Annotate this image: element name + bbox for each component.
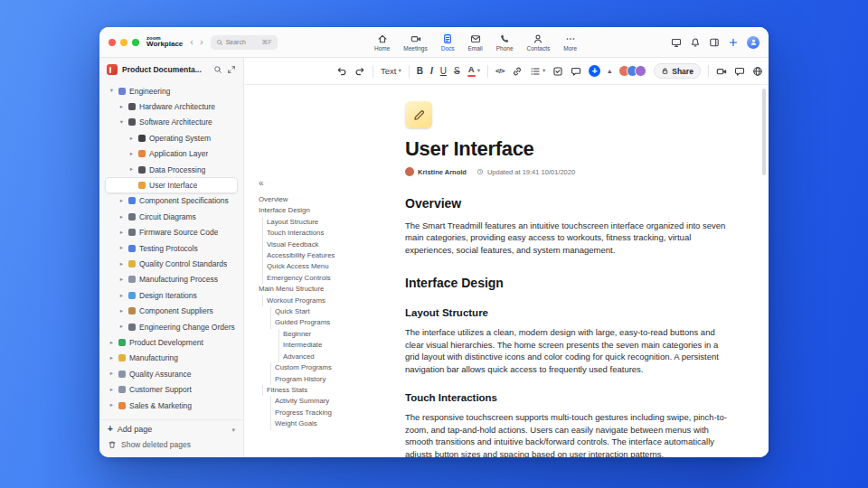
outline-item-guided-programs[interactable]: Guided Programs — [259, 317, 396, 328]
sidebar-item-operating-system[interactable]: ▸Operating System — [105, 130, 238, 145]
chat-button[interactable] — [734, 66, 745, 77]
add-page-button[interactable]: + Add page ▾ — [108, 425, 235, 434]
insert-block-button[interactable]: + — [589, 65, 600, 77]
outline-item-activity-summary[interactable]: Activity Summary — [259, 396, 396, 407]
tree-chevron-icon[interactable]: ▸ — [108, 371, 115, 377]
outline-item-weight-goals[interactable]: Weight Goals — [259, 418, 396, 429]
tree-chevron-icon[interactable]: ▾ — [118, 119, 125, 126]
sidebar-item-manufacturing-process[interactable]: ▸Manufacturing Process — [105, 272, 238, 287]
forward-button[interactable]: › — [200, 37, 203, 47]
checklist-button[interactable] — [552, 66, 563, 77]
tree-chevron-icon[interactable]: ▾ — [108, 88, 115, 94]
sidebar-item-component-specifications[interactable]: ▸Component Specifications — [105, 193, 238, 209]
collapse-outline-button[interactable]: « — [259, 179, 396, 188]
outline-item-emergency-controls[interactable]: Emergency Controls — [259, 273, 396, 284]
tree-chevron-icon[interactable]: ▸ — [128, 136, 135, 142]
outline-item-interface-design[interactable]: Interface Design — [259, 205, 396, 216]
share-button[interactable]: Share — [654, 63, 701, 79]
sidebar-expand-icon[interactable] — [227, 65, 236, 74]
show-deleted-pages-button[interactable]: Show deleted pages — [108, 440, 235, 449]
tab-docs[interactable]: Docs — [441, 33, 455, 52]
tree-chevron-icon[interactable]: ▸ — [118, 214, 125, 221]
user-avatar[interactable] — [747, 36, 760, 49]
side-panel-toggle-icon[interactable] — [709, 37, 720, 48]
code-button[interactable]: </> — [495, 68, 505, 75]
tree-chevron-icon[interactable]: ▸ — [118, 230, 125, 236]
outline-item-custom-programs[interactable]: Custom Programs — [259, 362, 396, 373]
notifications-icon[interactable] — [690, 37, 701, 48]
outline-item-quick-access-menu[interactable]: Quick Access Menu — [259, 261, 396, 272]
outline-item-workout-programs[interactable]: Workout Programs — [259, 296, 396, 306]
tab-more[interactable]: More — [563, 33, 577, 52]
back-button[interactable]: ‹ — [190, 37, 193, 47]
tab-contacts[interactable]: Contacts — [527, 33, 551, 52]
tree-chevron-icon[interactable]: ▸ — [118, 245, 125, 251]
outline-item-visual-feedback[interactable]: Visual Feedback — [259, 239, 396, 250]
bold-button[interactable]: B — [417, 67, 423, 76]
tree-chevron-icon[interactable]: ▸ — [118, 277, 125, 283]
doc-emoji-icon[interactable] — [405, 101, 432, 128]
tab-phone[interactable]: Phone — [496, 33, 514, 52]
outline-item-intermediate[interactable]: Intermediate — [259, 340, 396, 351]
undo-button[interactable] — [336, 66, 347, 77]
sidebar-item-data-processing[interactable]: ▸Data Processing — [105, 162, 238, 177]
redo-button[interactable] — [354, 66, 365, 77]
tree-chevron-icon[interactable]: ▸ — [128, 151, 135, 157]
sidebar-item-testing-protocols[interactable]: ▸Testing Protocols — [105, 240, 238, 256]
collaborator-avatar[interactable] — [635, 65, 646, 77]
text-color-button[interactable]: A ▾ — [467, 65, 480, 77]
sidebar-item-manufacturing[interactable]: ▸Manufacturing — [105, 351, 238, 366]
close-button[interactable] — [108, 39, 116, 46]
outline-item-overview[interactable]: Overview — [259, 194, 396, 205]
outline-item-accessibility-features[interactable]: Accessibility Features — [259, 250, 396, 261]
minimize-button[interactable] — [120, 39, 127, 46]
tree-chevron-icon[interactable]: ▸ — [118, 198, 125, 204]
sidebar-item-application-layer[interactable]: ▸Application Layer — [105, 146, 238, 162]
sidebar-item-engineering-change-orders[interactable]: ▸Engineering Change Orders — [105, 319, 238, 334]
sidebar-item-customer-support[interactable]: ▸Customer Support — [105, 381, 238, 397]
sidebar-item-design-iterations[interactable]: ▸Design Iterations — [105, 287, 238, 303]
sidebar-item-sales-marketing[interactable]: ▸Sales & Marketing — [105, 398, 238, 413]
outline-item-program-history[interactable]: Program History — [259, 374, 396, 385]
italic-button[interactable]: I — [430, 67, 433, 76]
start-video-button[interactable] — [716, 66, 727, 77]
outline-item-quick-start[interactable]: Quick Start — [259, 306, 396, 317]
tree-chevron-icon[interactable]: ▸ — [128, 166, 135, 173]
tree-chevron-icon[interactable]: ▸ — [108, 402, 115, 408]
sidebar-item-user-interface[interactable]: User Interface — [105, 177, 238, 192]
tab-home[interactable]: Home — [374, 33, 390, 52]
tree-chevron-icon[interactable]: ▸ — [108, 355, 115, 361]
outline-item-fitness-stats[interactable]: Fitness Stats — [259, 385, 396, 396]
sidebar-search-icon[interactable] — [213, 65, 222, 74]
sidebar-item-engineering[interactable]: ▾Engineering — [105, 83, 238, 99]
link-button[interactable] — [512, 66, 523, 77]
text-style-dropdown[interactable]: Text ▾ — [381, 67, 401, 76]
tree-chevron-icon[interactable]: ▸ — [118, 104, 125, 110]
tab-email[interactable]: Email — [468, 33, 483, 52]
sidebar-item-circuit-diagrams[interactable]: ▸Circuit Diagrams — [105, 209, 238, 224]
maximize-button[interactable] — [132, 39, 139, 46]
comment-button[interactable] — [571, 66, 581, 77]
outline-item-main-menu-structure[interactable]: Main Menu Structure — [259, 284, 396, 295]
publish-web-button[interactable] — [752, 66, 763, 77]
outline-item-advanced[interactable]: Advanced — [259, 352, 396, 362]
sidebar-item-quality-control-standards[interactable]: ▸Quality Control Standards — [105, 256, 238, 271]
sidebar-item-product-development[interactable]: ▸Product Development — [105, 334, 238, 350]
sidebar-item-hardware-architecture[interactable]: ▸Hardware Architecture — [105, 99, 238, 114]
vertical-scrollbar[interactable] — [762, 89, 766, 175]
sidebar-item-software-architecture[interactable]: ▾Software Architecture — [105, 115, 238, 130]
sidebar-item-component-suppliers[interactable]: ▸Component Suppliers — [105, 303, 238, 318]
tree-chevron-icon[interactable]: ▸ — [108, 387, 115, 393]
outline-item-layout-structure[interactable]: Layout Structure — [259, 217, 396, 228]
sidebar-item-firmware-source-code[interactable]: ▸Firmware Source Code — [105, 225, 238, 240]
tree-chevron-icon[interactable]: ▸ — [118, 261, 125, 267]
tree-chevron-icon[interactable]: ▸ — [108, 340, 115, 346]
outline-item-beginner[interactable]: Beginner — [259, 329, 396, 340]
global-search-input[interactable]: Search ⌘F — [211, 35, 278, 50]
collapse-toolbar-button[interactable]: ▴ — [608, 68, 611, 75]
strikethrough-button[interactable]: S — [454, 67, 460, 76]
underline-button[interactable]: U — [440, 67, 447, 76]
tab-meetings[interactable]: Meetings — [403, 33, 427, 52]
outline-item-progress-tracking[interactable]: Progress Tracking — [259, 408, 396, 418]
new-item-plus-icon[interactable] — [728, 37, 739, 48]
